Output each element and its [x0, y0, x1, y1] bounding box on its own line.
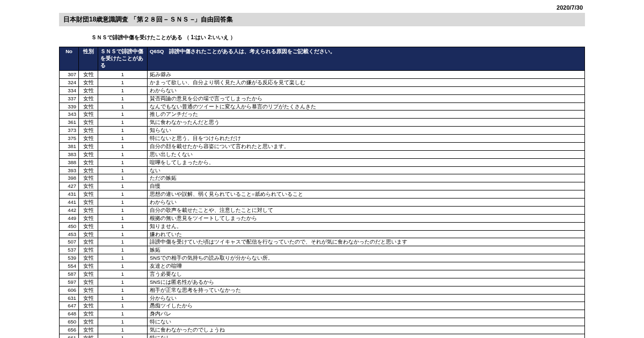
table-row: 339女性1なんでもない普通のツイートに変な人から暴言のリプがたくさんきた — [60, 102, 585, 111]
cell-reason: 分からない — [148, 294, 585, 302]
cell-reason: 気に食わなかったのでしょうね — [148, 326, 585, 334]
table-row: 375女性1特にないと思う。目をつけられただけ — [60, 135, 585, 143]
cell-reason: 賛否両論の意見を公の場で言ってしまったから — [148, 94, 585, 102]
cell-no: 324 — [60, 78, 79, 86]
cell-reason: 誹謗中傷を受けていた頃はツイキャスで配信を行なっていたので、それが気に食わなかっ… — [148, 238, 585, 246]
table-row: 450女性1知りません。 — [60, 222, 585, 230]
cell-reason: 嫉妬 — [148, 246, 585, 254]
cell-sex: 女性 — [79, 310, 98, 318]
cell-exp: 1 — [98, 246, 148, 254]
cell-exp: 1 — [98, 230, 148, 238]
cell-no: 427 — [60, 182, 79, 190]
cell-exp: 1 — [98, 190, 148, 199]
cell-no: 537 — [60, 246, 79, 254]
table-row: 442女性1自分の歌声を載せたことや、注意したことに対して — [60, 206, 585, 214]
cell-sex: 女性 — [79, 334, 98, 338]
cell-reason: SNSでの相手の気持ちの読み取りが分からない所。 — [148, 254, 585, 262]
table-row: 381女性1自分の顔を載せたから容姿について言われたと思います。 — [60, 142, 585, 150]
cell-sex: 女性 — [79, 190, 98, 199]
cell-exp: 1 — [98, 182, 148, 190]
table-row: 554女性1友達との喧嘩 — [60, 262, 585, 270]
table-row: 539女性1SNSでの相手の気持ちの読み取りが分からない所。 — [60, 254, 585, 262]
cell-reason: SNSには匿名性があるから — [148, 278, 585, 286]
cell-no: 383 — [60, 150, 79, 158]
cell-reason: 特にない — [148, 318, 585, 326]
cell-sex: 女性 — [79, 102, 98, 111]
cell-reason: 推しのアンチだった — [148, 111, 585, 119]
table-row: 647女性1愚痴ツイしたから — [60, 302, 585, 310]
cell-no: 442 — [60, 206, 79, 214]
cell-sex: 女性 — [79, 278, 98, 286]
cell-sex: 女性 — [79, 158, 98, 166]
cell-exp: 1 — [98, 166, 148, 174]
cell-no: 587 — [60, 270, 79, 278]
cell-reason: 身内バレ — [148, 310, 585, 318]
cell-exp: 1 — [98, 142, 148, 150]
table-row: 507女性1誹謗中傷を受けていた頃はツイキャスで配信を行なっていたので、それが気… — [60, 238, 585, 246]
cell-no: 361 — [60, 119, 79, 127]
cell-no: 375 — [60, 135, 79, 143]
cell-exp: 1 — [98, 286, 148, 294]
cell-exp: 1 — [98, 94, 148, 102]
cell-sex: 女性 — [79, 94, 98, 102]
cell-reason: 相手が正常な思考を持っていなかった — [148, 286, 585, 294]
cell-no: 539 — [60, 254, 79, 262]
table-row: 427女性1自慢 — [60, 182, 585, 190]
table-row: 631女性1分からない — [60, 294, 585, 302]
col-sex: 性別 — [79, 47, 98, 71]
cell-no: 647 — [60, 302, 79, 310]
cell-sex: 女性 — [79, 222, 98, 230]
cell-sex: 女性 — [79, 254, 98, 262]
cell-sex: 女性 — [79, 302, 98, 310]
cell-exp: 1 — [98, 214, 148, 222]
question-subtitle: ＳＮＳで誹謗中傷を受けたことがある （ 1:はい 2:いいえ ） — [91, 34, 585, 41]
cell-exp: 1 — [98, 310, 148, 318]
cell-exp: 1 — [98, 135, 148, 143]
cell-sex: 女性 — [79, 270, 98, 278]
cell-exp: 1 — [98, 270, 148, 278]
cell-no: 507 — [60, 238, 79, 246]
cell-exp: 1 — [98, 318, 148, 326]
cell-no: 606 — [60, 286, 79, 294]
cell-no: 450 — [60, 222, 79, 230]
cell-reason: 嫌われていた — [148, 230, 585, 238]
cell-exp: 1 — [98, 199, 148, 207]
cell-reason: わからない — [148, 199, 585, 207]
cell-no: 431 — [60, 190, 79, 199]
table-row: 334女性1わからない — [60, 86, 585, 94]
cell-reason: 自分の顔を載せたから容姿について言われたと思います。 — [148, 142, 585, 150]
cell-no: 554 — [60, 262, 79, 270]
table-row: 393女性1ない — [60, 166, 585, 174]
cell-reason: かまって欲しい、自分より弱く見た人の嫌がる反応を見て楽しむ — [148, 78, 585, 86]
cell-no: 441 — [60, 199, 79, 207]
cell-exp: 1 — [98, 262, 148, 270]
cell-exp: 1 — [98, 294, 148, 302]
table-row: 324女性1かまって欲しい、自分より弱く見た人の嫌がる反応を見て楽しむ — [60, 78, 585, 86]
cell-reason: 知らない — [148, 127, 585, 135]
cell-sex: 女性 — [79, 182, 98, 190]
cell-reason: 特になし — [148, 334, 585, 338]
cell-reason: なんでもない普通のツイートに変な人から暴言のリプがたくさんきた — [148, 102, 585, 111]
col-reason: Q6SQ 誹謗中傷されたことがある人は、考えられる原因をご記載ください。 — [148, 47, 585, 71]
document-title: 日本財団18歳意識調査 「第２８回 – ＳＮＳ –」自由回答集 — [59, 13, 585, 26]
cell-sex: 女性 — [79, 174, 98, 182]
cell-no: 631 — [60, 294, 79, 302]
table-row: 537女性1嫉妬 — [60, 246, 585, 254]
table-row: 431女性1思想の違いや誤解、弱く見られていること=舐められていること — [60, 190, 585, 199]
table-row: 587女性1言う必要なし — [60, 270, 585, 278]
cell-reason: 妬み僻み — [148, 71, 585, 79]
responses-table: No 性別 ＳＮＳで誹謗中傷を受けたことがある Q6SQ 誹謗中傷されたことがあ… — [59, 47, 585, 338]
table-row: 343女性1推しのアンチだった — [60, 111, 585, 119]
cell-no: 307 — [60, 71, 79, 79]
table-row: 388女性1喧嘩をしてしまったから。 — [60, 158, 585, 166]
cell-exp: 1 — [98, 78, 148, 86]
cell-sex: 女性 — [79, 318, 98, 326]
table-row: 307女性1妬み僻み — [60, 71, 585, 79]
cell-exp: 1 — [98, 302, 148, 310]
cell-reason: ない — [148, 166, 585, 174]
cell-sex: 女性 — [79, 238, 98, 246]
cell-no: 650 — [60, 318, 79, 326]
cell-exp: 1 — [98, 174, 148, 182]
cell-sex: 女性 — [79, 326, 98, 334]
table-row: 648女性1身内バレ — [60, 310, 585, 318]
